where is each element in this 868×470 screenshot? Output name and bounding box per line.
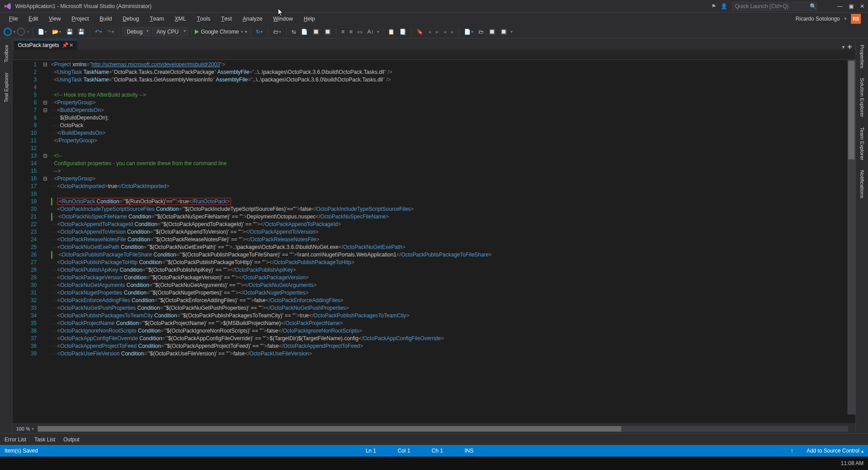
close-button[interactable]: ✕ [860,3,864,9]
menu-file[interactable]: File [4,14,22,24]
start-debug-button[interactable]: Google Chrome▾ [195,29,243,35]
zoom-level[interactable]: 100 % [16,426,30,432]
close-icon[interactable]: ✕ [69,42,73,48]
toolbar-icon[interactable]: 🔲 [311,27,321,36]
toolbar-icon[interactable]: A↕ [365,27,375,36]
toolbar-icon[interactable]: ⇆ [290,27,298,36]
toolbar-icon[interactable]: 📑 [398,27,408,36]
nav-forward-button [17,28,25,36]
status-ins: INS [454,448,484,454]
window-title: WebApplication1 - Microsoft Visual Studi… [15,3,151,9]
save-button[interactable]: 💾 [64,27,75,36]
source-control-button[interactable]: Add to Source Control [796,448,859,454]
status-col: Col 1 [387,448,421,454]
quick-launch-input[interactable]: Quick Launch (Ctrl+Q) [732,2,817,11]
solution-platform-combo[interactable]: Any CPU▾ [152,27,188,36]
bottom-tool-windows: Error ListTask ListOutput [0,433,868,445]
new-project-button[interactable]: 📄▾ [36,27,49,36]
toolbar-icon: ▸ [449,27,455,36]
line-number-gutter: 1234567891011121314151617181920212223242… [13,60,41,423]
left-sidebar: ToolboxTest Explorer [0,38,13,433]
toolbar-icon[interactable]: 🗁▾ [271,27,283,36]
menu-edit[interactable]: Edit [24,14,43,24]
redo-button: ↷▾ [105,27,116,36]
notifications-flag-icon[interactable]: ⚑ [711,3,716,9]
uncomment-button[interactable]: ≡ [348,27,354,36]
windows-taskbar: 11:08 AM [0,457,868,470]
menu-test[interactable]: Test [217,14,236,24]
taskbar-time: 11:08 AM [841,460,864,466]
menu-xml[interactable]: XML [170,14,190,24]
user-name: Ricardo Sotolongo [795,16,840,22]
toolbar-icon: ◂ [442,27,448,36]
document-tabs: OctoPack.targets 📌 ✕ ▾ ✚ [13,38,855,50]
tool-window-error-list[interactable]: Error List [4,436,26,443]
menu-analyze[interactable]: Analyze [238,14,267,24]
undo-button[interactable]: ↶▾ [93,27,104,36]
add-editor-button[interactable]: ✚ [847,44,852,50]
tool-window-task-list[interactable]: Task List [34,436,56,443]
toolbar-icon[interactable]: 📄▾ [462,27,475,36]
tab-octopack-targets[interactable]: OctoPack.targets 📌 ✕ [14,40,77,50]
chevron-down-icon: ▼ [843,17,847,21]
toolbar-icon[interactable]: 🗁 [477,27,486,36]
chevron-up-icon[interactable]: ▴ [861,449,864,453]
code-editor[interactable]: 1234567891011121314151617181920212223242… [13,60,855,423]
menu-help[interactable]: Help [299,14,319,24]
menu-build[interactable]: Build [95,14,116,24]
menu-tools[interactable]: Tools [192,14,215,24]
nav-back-button[interactable] [4,28,12,36]
main-toolbar: ▾ ▾ 📄▾ 📂▾ 💾 💾 ↶▾ ↷▾ Debug▾ Any CPU▾ Goog… [0,25,868,38]
sidebar-tab-solution-explorer[interactable]: Solution Explorer [858,73,866,122]
feedback-icon[interactable]: 👤 [721,3,727,9]
status-message: Item(s) Saved [4,448,49,454]
play-icon [195,30,199,34]
menu-team[interactable]: Team [145,14,168,24]
menu-view[interactable]: View [44,14,65,24]
status-bar: Item(s) Saved Ln 1 Col 1 Ch 1 INS ↑ Add … [0,445,868,457]
toolbar-icon: ◂ [426,27,433,36]
search-icon: 🔍 [810,3,816,9]
minimize-button[interactable]: — [837,3,842,9]
sidebar-tab-properties[interactable]: Properties [858,40,866,73]
vertical-scrollbar[interactable] [847,60,855,414]
vs-logo-icon [4,2,12,10]
breadcrumb-bar [13,50,855,60]
solution-config-combo[interactable]: Debug▾ [123,27,151,36]
sidebar-tab-notifications[interactable]: Notifications [858,166,866,203]
status-line: Ln 1 [355,448,387,454]
toolbar-icon[interactable]: 🔲 [487,27,497,36]
titlebar: WebApplication1 - Microsoft Visual Studi… [0,0,868,13]
tool-window-output[interactable]: Output [63,436,79,443]
chevron-down-icon[interactable]: ▾ [13,30,16,34]
menu-window[interactable]: Window [269,14,297,24]
user-account[interactable]: Ricardo Sotolongo ▼ RS [795,14,864,24]
toolbar-icon[interactable]: 📄 [299,27,309,36]
publish-icon[interactable]: ↑ [791,448,793,454]
open-file-button[interactable]: 📂▾ [50,27,63,36]
toolbar-icon[interactable]: ▭ [356,27,364,36]
toolbar-icon[interactable]: 🔲 [498,27,509,36]
avatar: RS [851,14,861,24]
fold-gutter[interactable]: ⊟⊟⊟⊟⊟ [41,60,49,423]
chevron-down-icon[interactable]: ▾ [32,427,34,431]
menu-project[interactable]: Project [67,14,94,24]
horizontal-scrollbar[interactable] [38,426,848,432]
toolbar-icon[interactable]: 🔲 [322,27,333,36]
bookmark-button[interactable]: 🔖 [415,27,425,36]
tab-overflow-button[interactable]: ▾ [842,44,845,50]
code-content[interactable]: <Project xmlns="http://schemas.microsoft… [49,60,855,423]
maximize-button[interactable]: ▣ [849,3,854,9]
sidebar-tab-toolbox[interactable]: Toolbox [2,40,10,67]
save-all-button[interactable]: 💾 [76,27,86,36]
sidebar-tab-test-explorer[interactable]: Test Explorer [2,68,10,107]
comment-button[interactable]: ≡ [339,27,346,36]
browser-link-button[interactable]: ↻▾ [254,27,265,36]
menubar: FileEditViewProjectBuildDebugTeamXMLTool… [0,13,868,25]
menu-debug[interactable]: Debug [118,14,143,24]
editor-footer: 100 % ▾ [13,423,855,433]
sidebar-tab-team-explorer[interactable]: Team Explorer [858,123,866,165]
pin-icon[interactable]: 📌 [62,42,66,48]
toolbar-icon[interactable]: 📋 [386,27,396,36]
main-area: ToolboxTest Explorer OctoPack.targets 📌 … [0,38,868,433]
